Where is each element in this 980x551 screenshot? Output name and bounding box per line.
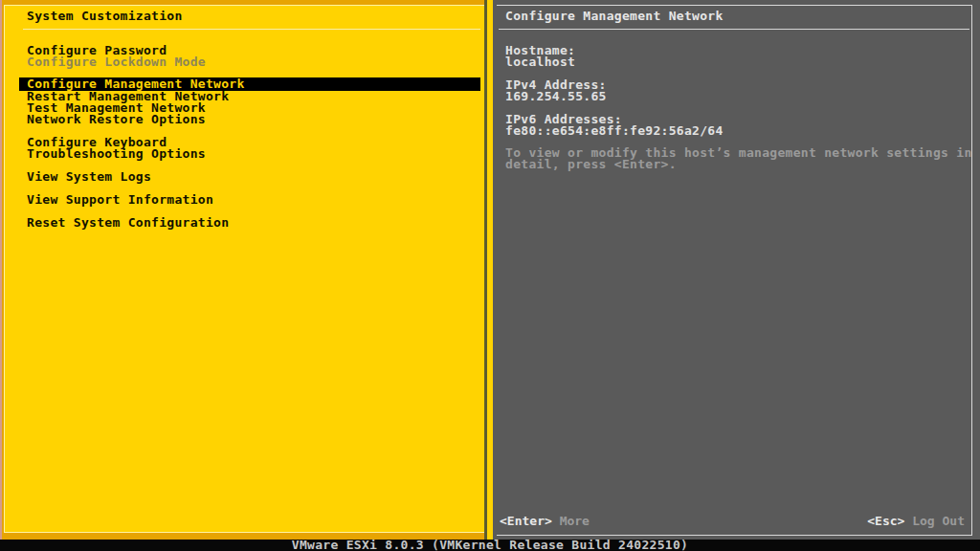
menu-item-view-support-information[interactable]: View Support Information	[27, 193, 213, 206]
menu-item-network-restore-options[interactable]: Network Restore Options	[27, 113, 206, 125]
enter-key-label: More	[560, 514, 590, 528]
help-text: To view or modify this host’s management…	[505, 147, 976, 170]
menu-item-configure-lockdown-mode: Configure Lockdown Mode	[27, 55, 206, 68]
left-title-separator	[23, 29, 480, 30]
esc-key: <Esc>	[867, 514, 904, 528]
system-customization-panel: System Customization Configure Password …	[0, 0, 487, 540]
esxi-dcui-screen: { "left_panel": { "title": "System Custo…	[0, 0, 980, 551]
right-title-separator	[499, 29, 969, 30]
esc-key-hint: <Esc> Log Out	[867, 514, 965, 528]
version-status-bar: VMware ESXi 8.0.3 (VMKernel Release Buil…	[0, 540, 980, 551]
enter-key-hint: <Enter> More	[500, 514, 590, 528]
configure-management-network-panel: Configure Management Network Hostname: l…	[493, 0, 980, 540]
right-panel-title: Configure Management Network	[505, 9, 724, 23]
esc-key-label: Log Out	[912, 514, 965, 528]
menu-item-troubleshooting-options[interactable]: Troubleshooting Options	[27, 147, 206, 160]
ipv4-address-value: 169.254.55.65	[505, 90, 607, 102]
menu-item-view-system-logs[interactable]: View System Logs	[27, 170, 151, 183]
ipv6-addresses-value: fe80::e654:e8ff:fe92:56a2/64	[505, 124, 724, 137]
left-panel-title: System Customization	[27, 9, 183, 23]
hostname-value: localhost	[505, 55, 575, 68]
left-edge-artifact	[0, 0, 2, 551]
enter-key: <Enter>	[500, 514, 552, 528]
menu-item-reset-system-configuration[interactable]: Reset System Configuration	[27, 216, 229, 229]
